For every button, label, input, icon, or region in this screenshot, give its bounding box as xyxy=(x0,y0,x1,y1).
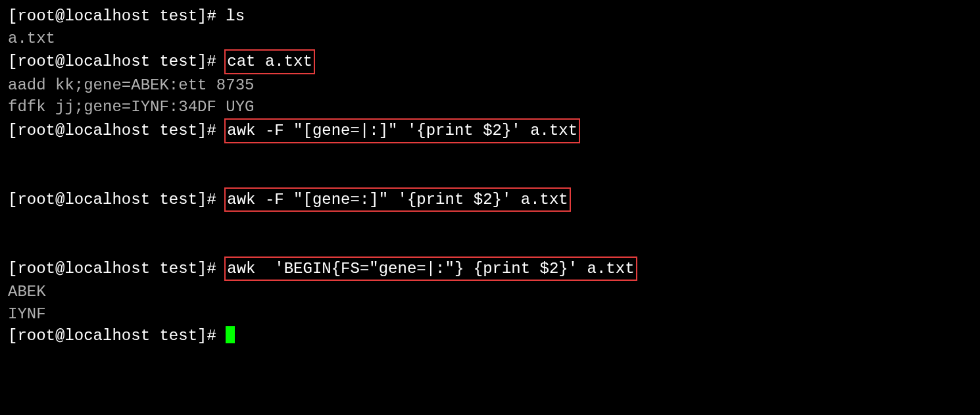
terminal-line-1: [root@localhost test]# ls xyxy=(8,5,972,28)
terminal-line-6[interactable]: [root@localhost test]# xyxy=(8,325,972,347)
shell-prompt: [root@localhost test]# xyxy=(8,7,226,25)
terminal-output-awk2-2 xyxy=(8,234,972,256)
terminal-output-cat-1: aadd kk;gene=ABEK:ett 8735 xyxy=(8,74,972,97)
terminal-output-ls: a.txt xyxy=(8,28,972,50)
terminal-output-awk1-1 xyxy=(8,143,972,166)
terminal-line-5: [root@localhost test]# awk 'BEGIN{FS="ge… xyxy=(8,256,972,281)
shell-prompt: [root@localhost test]# xyxy=(8,327,226,345)
shell-prompt: [root@localhost test]# xyxy=(8,122,226,139)
terminal-output-awk3-2: IYNF xyxy=(8,303,972,326)
terminal-output-awk3-1: ABEK xyxy=(8,281,972,303)
terminal-output-cat-2: fdfk jj;gene=IYNF:34DF UYG xyxy=(8,96,972,118)
terminal-output-awk1-2 xyxy=(8,165,972,187)
shell-prompt: [root@localhost test]# xyxy=(8,191,226,208)
shell-prompt: [root@localhost test]# xyxy=(8,53,226,70)
terminal-line-4: [root@localhost test]# awk -F "[gene=:]"… xyxy=(8,187,972,212)
highlighted-command: awk -F "[gene=|:]" '{print $2}' a.txt xyxy=(224,118,580,143)
terminal-line-3: [root@localhost test]# awk -F "[gene=|:]… xyxy=(8,118,972,143)
terminal-line-2: [root@localhost test]# cat a.txt xyxy=(8,49,972,74)
cursor-icon xyxy=(226,326,235,343)
shell-prompt: [root@localhost test]# xyxy=(8,260,226,278)
terminal-output-awk2-1 xyxy=(8,212,972,234)
highlighted-command: awk 'BEGIN{FS="gene=|:"} {print $2}' a.t… xyxy=(224,256,637,281)
highlighted-command: cat a.txt xyxy=(224,49,315,74)
command-text: ls xyxy=(226,7,245,25)
highlighted-command: awk -F "[gene=:]" '{print $2}' a.txt xyxy=(224,187,570,212)
